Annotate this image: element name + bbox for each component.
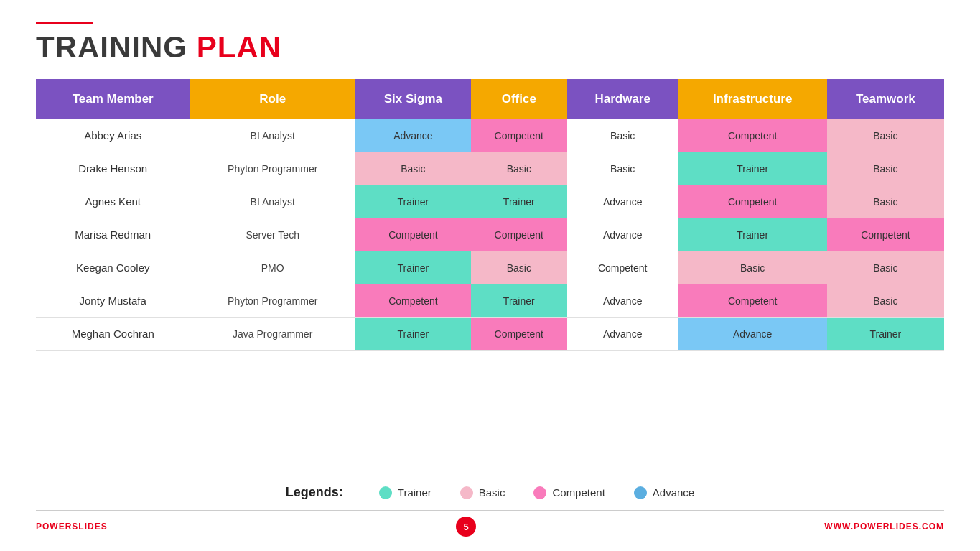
cell-teamwork: Basic <box>827 152 944 185</box>
cell-hardware: Basic <box>567 152 678 185</box>
cell-six-sigma: Trainer <box>355 251 471 284</box>
legend-dot-trainer <box>379 486 392 499</box>
cell-infrastructure: Trainer <box>678 152 827 185</box>
cell-six-sigma: Trainer <box>355 185 471 218</box>
cell-name: Abbey Arias <box>36 119 190 152</box>
cell-six-sigma: Competent <box>355 284 471 318</box>
footer-brand-normal: POWER <box>36 522 72 532</box>
footer-brand-accent: SLIDES <box>72 522 107 532</box>
cell-six-sigma: Trainer <box>355 318 471 351</box>
cell-six-sigma: Competent <box>355 218 471 251</box>
cell-role: Phyton Programmer <box>190 284 355 318</box>
cell-office: Competent <box>471 318 567 351</box>
footer-center: 5 <box>147 517 785 537</box>
title-section: TRAINING PLAN <box>36 22 944 65</box>
page: TRAINING PLAN Team Member Role Six Sigma… <box>0 0 980 551</box>
cell-infrastructure: Trainer <box>678 218 827 251</box>
col-header-hardware: Hardware <box>567 79 678 119</box>
legend-dot-competent <box>533 486 546 499</box>
footer-brand: POWERSLIDES <box>36 522 108 532</box>
legend-dot-basic <box>460 486 473 499</box>
cell-infrastructure: Competent <box>678 185 827 218</box>
cell-hardware: Basic <box>567 119 678 152</box>
legend-competent: Competent <box>533 486 605 499</box>
page-number: 5 <box>456 517 476 537</box>
table-row: Abbey Arias BI Analyst Advance Competent… <box>36 119 944 152</box>
col-header-office: Office <box>471 79 567 119</box>
table-row: Meghan Cochran Java Programmer Trainer C… <box>36 318 944 351</box>
cell-teamwork: Basic <box>827 284 944 318</box>
footer-line-right <box>476 527 785 527</box>
cell-name: Jonty Mustafa <box>36 284 190 318</box>
cell-office: Trainer <box>471 185 567 218</box>
cell-role: BI Analyst <box>190 185 355 218</box>
legends-title: Legends: <box>286 485 343 500</box>
cell-office: Competent <box>471 119 567 152</box>
cell-teamwork: Basic <box>827 251 944 284</box>
legend-label-trainer: Trainer <box>398 486 431 499</box>
cell-teamwork: Trainer <box>827 318 944 351</box>
cell-office: Basic <box>471 152 567 185</box>
cell-six-sigma: Advance <box>355 119 471 152</box>
table-row: Marisa Redman Server Tech Competent Comp… <box>36 218 944 251</box>
footer-line-left <box>147 527 456 527</box>
legend-trainer: Trainer <box>379 486 431 499</box>
title-accent-line <box>36 22 93 24</box>
col-header-teamwork: Teamwork <box>827 79 944 119</box>
cell-office: Competent <box>471 218 567 251</box>
cell-hardware: Advance <box>567 218 678 251</box>
col-header-infrastructure: Infrastructure <box>678 79 827 119</box>
footer-url: WWW.POWERLIDES.COM <box>824 522 944 532</box>
cell-hardware: Advance <box>567 284 678 318</box>
cell-infrastructure: Competent <box>678 119 827 152</box>
cell-role: Java Programmer <box>190 318 355 351</box>
table-row: Jonty Mustafa Phyton Programmer Competen… <box>36 284 944 318</box>
legend-basic: Basic <box>460 486 505 499</box>
cell-role: Server Tech <box>190 218 355 251</box>
col-header-team-member: Team Member <box>36 79 190 119</box>
title-plan: PLAN <box>197 30 281 64</box>
cell-six-sigma: Basic <box>355 152 471 185</box>
legend-dot-advance <box>634 486 647 499</box>
training-table: Team Member Role Six Sigma Office Hardwa… <box>36 79 944 351</box>
cell-infrastructure: Competent <box>678 284 827 318</box>
legend-advance: Advance <box>634 486 694 499</box>
col-header-role: Role <box>190 79 355 119</box>
legend-label-advance: Advance <box>653 486 694 499</box>
cell-name: Drake Henson <box>36 152 190 185</box>
cell-infrastructure: Basic <box>678 251 827 284</box>
cell-teamwork: Basic <box>827 119 944 152</box>
table-row: Agnes Kent BI Analyst Trainer Trainer Ad… <box>36 185 944 218</box>
cell-office: Trainer <box>471 284 567 318</box>
cell-office: Basic <box>471 251 567 284</box>
cell-infrastructure: Advance <box>678 318 827 351</box>
cell-hardware: Competent <box>567 251 678 284</box>
cell-role: BI Analyst <box>190 119 355 152</box>
cell-name: Agnes Kent <box>36 185 190 218</box>
cell-hardware: Advance <box>567 318 678 351</box>
cell-role: Phyton Programmer <box>190 152 355 185</box>
page-title: TRAINING PLAN <box>36 30 944 65</box>
cell-teamwork: Basic <box>827 185 944 218</box>
legends-section: Legends: Trainer Basic Competent Advance <box>36 485 944 500</box>
legend-label-basic: Basic <box>479 486 505 499</box>
cell-name: Marisa Redman <box>36 218 190 251</box>
training-table-container: Team Member Role Six Sigma Office Hardwa… <box>36 79 944 473</box>
table-row: Keegan Cooley PMO Trainer Basic Competen… <box>36 251 944 284</box>
cell-teamwork: Competent <box>827 218 944 251</box>
cell-name: Keegan Cooley <box>36 251 190 284</box>
cell-role: PMO <box>190 251 355 284</box>
col-header-six-sigma: Six Sigma <box>355 79 471 119</box>
title-training: TRAINING <box>36 30 187 64</box>
legend-label-competent: Competent <box>552 486 605 499</box>
cell-hardware: Advance <box>567 185 678 218</box>
table-header-row: Team Member Role Six Sigma Office Hardwa… <box>36 79 944 119</box>
cell-name: Meghan Cochran <box>36 318 190 351</box>
table-row: Drake Henson Phyton Programmer Basic Bas… <box>36 152 944 185</box>
footer: POWERSLIDES 5 WWW.POWERLIDES.COM <box>36 510 944 537</box>
